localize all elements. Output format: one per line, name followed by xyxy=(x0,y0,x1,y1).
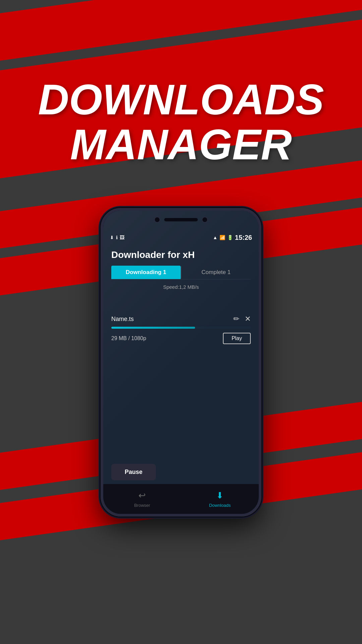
file-name: Name.ts xyxy=(111,316,134,323)
wifi-icon: ▲ xyxy=(213,235,218,240)
downloads-label: Downloads xyxy=(209,503,231,508)
app-header: Downloader for xH Downloading 1 Complete… xyxy=(103,244,259,294)
info-status-icon: ℹ xyxy=(116,235,118,240)
earpiece xyxy=(164,218,198,221)
item-actions: ✏ ✕ xyxy=(233,315,251,323)
browser-label: Browser xyxy=(134,503,150,508)
signal-icon: 📶 xyxy=(220,235,225,240)
image-status-icon: 🖼 xyxy=(120,235,124,240)
nav-item-browser[interactable]: ↩ Browser xyxy=(103,490,181,508)
edit-icon[interactable]: ✏ xyxy=(233,315,239,323)
browser-icon: ↩ xyxy=(138,490,146,501)
bottom-nav: ↩ Browser ⬇ Downloads xyxy=(103,484,259,514)
close-icon[interactable]: ✕ xyxy=(245,315,251,323)
title-area: DOWNLOADS MANAGER xyxy=(0,77,362,167)
nav-item-downloads[interactable]: ⬇ Downloads xyxy=(181,490,259,508)
tabs-row[interactable]: Downloading 1 Complete 1 xyxy=(111,266,251,279)
progress-bar-fill xyxy=(111,327,195,329)
download-item-header: Name.ts ✏ ✕ xyxy=(111,315,251,323)
title-line2: MANAGER xyxy=(70,120,292,168)
app-name: Downloader for xH xyxy=(111,250,251,260)
downloads-icon: ⬇ xyxy=(216,490,224,501)
speed-display: Speed:1,2 MB/s xyxy=(111,282,251,294)
play-button[interactable]: Play xyxy=(223,333,251,344)
download-item-footer: 29 MB / 1080p Play xyxy=(111,333,251,344)
front-camera-2 xyxy=(202,217,208,223)
status-icons-right: ▲ 📶 🔋 15:26 xyxy=(213,234,252,241)
status-bar: ⬇ ℹ 🖼 ▲ 📶 🔋 15:26 xyxy=(103,231,259,244)
progress-bar-container xyxy=(111,327,251,329)
status-time: 15:26 xyxy=(235,234,252,241)
title-line1: DOWNLOADS xyxy=(38,75,324,123)
tab-complete[interactable]: Complete 1 xyxy=(181,266,251,279)
front-camera xyxy=(154,217,160,223)
phone-frame: ⬇ ℹ 🖼 ▲ 📶 🔋 15:26 Downloader for xH Down… xyxy=(101,208,261,517)
pause-button[interactable]: Pause xyxy=(111,464,156,480)
pause-button-area: Pause xyxy=(111,464,156,480)
phone-top-bar xyxy=(154,217,208,223)
tab-downloading[interactable]: Downloading 1 xyxy=(111,266,181,279)
app-title: DOWNLOADS MANAGER xyxy=(20,77,342,167)
phone-container: ⬇ ℹ 🖼 ▲ 📶 🔋 15:26 Downloader for xH Down… xyxy=(67,208,295,577)
file-size: 29 MB / 1080p xyxy=(111,335,146,341)
status-icons-left: ⬇ ℹ 🖼 xyxy=(110,235,124,240)
battery-icon: 🔋 xyxy=(227,235,233,240)
download-status-icon: ⬇ xyxy=(110,235,114,240)
download-item: Name.ts ✏ ✕ 29 MB / 1080p Play xyxy=(103,311,259,348)
